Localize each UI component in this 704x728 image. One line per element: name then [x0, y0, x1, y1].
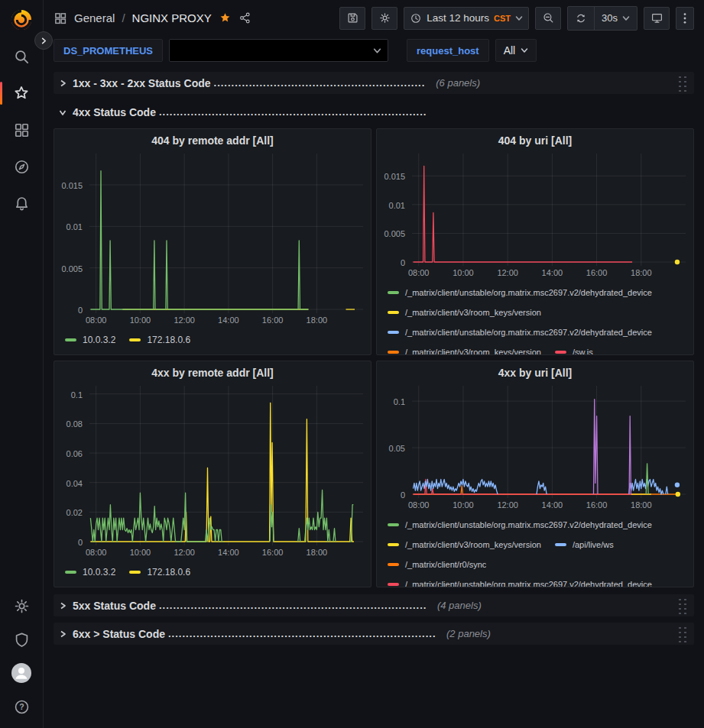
dashboard-settings-button[interactable]: [371, 7, 397, 30]
plot-area[interactable]: [89, 154, 363, 313]
legend-swatch: [129, 571, 141, 574]
sidebar-item-server-admin[interactable]: [0, 623, 43, 656]
legend-item[interactable]: /_matrix/client/v3/room_keys/version: [388, 535, 541, 555]
panel-title[interactable]: 404 by remote addr [All]: [54, 129, 371, 152]
shield-icon: [13, 631, 31, 649]
x-axis: 08:0010:0012:0014:0016:0018:00: [412, 266, 686, 281]
sidebar-item-profile[interactable]: [0, 656, 43, 690]
variable-label-ds-prometheus[interactable]: DS_PROMETHEUS: [54, 39, 163, 62]
variable-dropdown-ds-prometheus[interactable]: [169, 39, 388, 62]
panel-title[interactable]: 4xx by remote addr [All]: [54, 361, 371, 384]
row-drag-handle[interactable]: [677, 624, 688, 644]
expand-sidebar-button[interactable]: [34, 31, 53, 50]
legend-item[interactable]: /_matrix/client/v3/room_keys/version: [388, 342, 541, 354]
y-tick-label: 0.08: [67, 419, 83, 429]
sidebar-item-help[interactable]: ?: [0, 690, 43, 723]
dashboard-canvas: 1xx - 3xx - 2xx Status Code ............…: [44, 65, 704, 645]
row-title-dots: ........................................…: [159, 600, 427, 611]
time-range-picker[interactable]: Last 12 hours CST: [404, 7, 529, 30]
row-title-dots: ........................................…: [159, 106, 427, 118]
breadcrumb-folder[interactable]: General: [74, 11, 115, 24]
dashboard-variables: DS_PROMETHEUS request_host All: [44, 36, 704, 65]
plot-area[interactable]: [89, 386, 363, 545]
top-navbar: General / NGINX PROXY: [44, 0, 704, 36]
legend-item[interactable]: 10.0.3.2: [65, 330, 115, 350]
x-tick-label: 14:00: [542, 500, 563, 510]
legend-item[interactable]: /api/live/ws: [555, 535, 614, 555]
row-drag-handle[interactable]: [677, 596, 688, 616]
x-tick-label: 16:00: [262, 548, 284, 557]
row-header-6xx[interactable]: 6xx > Status Code ......................…: [54, 623, 694, 645]
legend-item[interactable]: /_matrix/client/unstable/org.matrix.msc2…: [388, 322, 652, 342]
panel-title[interactable]: 4xx by uri [All]: [377, 361, 693, 384]
panel-title[interactable]: 404 by uri [All]: [377, 129, 693, 152]
legend-item[interactable]: 10.0.3.2: [65, 562, 115, 582]
refresh-interval-dropdown[interactable]: 30s: [595, 7, 637, 30]
share-icon[interactable]: [238, 11, 251, 24]
x-tick-label: 10:00: [130, 548, 151, 557]
legend-label: 10.0.3.2: [83, 335, 115, 345]
cycle-view-mode-button[interactable]: [644, 7, 670, 30]
y-tick-label: 0.015: [384, 172, 405, 181]
sidebar-item-starred[interactable]: [0, 76, 43, 110]
legend-label: /api/live/ws: [573, 540, 614, 549]
zoom-out-time-button[interactable]: [535, 7, 561, 30]
legend-item[interactable]: /_matrix/client/unstable/org.matrix.msc2…: [388, 515, 652, 535]
sidebar-item-dashboards[interactable]: [0, 113, 43, 147]
legend-item[interactable]: /_matrix/client/unstable/org.matrix.msc2…: [388, 283, 652, 303]
dashboards-icon: [13, 121, 31, 139]
dashboard-grid-icon: [54, 11, 67, 25]
row-panel-count: (2 panels): [446, 628, 491, 639]
variable-label-request-host[interactable]: request_host: [407, 39, 489, 62]
y-tick-label: 0.015: [61, 181, 83, 190]
legend-item[interactable]: /sw.js: [555, 342, 593, 354]
legend-item[interactable]: /_matrix/client/v3/room_keys/version: [388, 303, 541, 322]
row-header-5xx[interactable]: 5xx Status Code ........................…: [54, 594, 694, 616]
row-header-4xx[interactable]: 4xx Status Code ........................…: [54, 101, 694, 123]
legend-item[interactable]: 172.18.0.6: [129, 562, 190, 582]
row-title-dots: ........................................…: [214, 77, 426, 89]
svg-text:?: ?: [19, 703, 24, 711]
x-tick-label: 18:00: [631, 500, 652, 510]
chart: 00.020.040.060.080.1: [54, 384, 371, 545]
chevron-right-icon: [58, 629, 67, 639]
chevron-right-icon: [41, 37, 47, 44]
chevron-down-icon: [58, 108, 67, 117]
refresh-button[interactable]: [568, 7, 594, 30]
breadcrumb-separator: /: [122, 11, 125, 24]
time-range-label: Last 12 hours: [427, 12, 489, 24]
panel-404-by-remote-addr: 404 by remote addr [All] 00.0050.010.015…: [54, 128, 371, 355]
sidebar-item-configuration[interactable]: [0, 589, 43, 623]
x-tick-label: 08:00: [86, 315, 107, 325]
gear-icon: [13, 597, 31, 615]
chevron-down-icon: [373, 47, 381, 55]
kebab-menu-icon: [680, 12, 690, 24]
plot-area[interactable]: [412, 386, 686, 498]
grafana-logo-icon: [10, 8, 33, 31]
legend-item[interactable]: /_matrix/client/unstable/org.matrix.msc2…: [388, 574, 652, 587]
legend-label: /_matrix/client/v3/room_keys/version: [405, 540, 541, 549]
sidebar-bottom: ?: [0, 589, 43, 723]
breadcrumb-dashboard-title[interactable]: NGINX PROXY: [132, 11, 212, 24]
bell-icon: [13, 195, 31, 212]
chart: 00.0050.010.015: [377, 152, 693, 266]
x-tick-label: 18:00: [307, 548, 328, 557]
variable-value-request-host: All: [504, 44, 516, 57]
row-drag-handle[interactable]: [677, 73, 688, 93]
sidebar-item-explore[interactable]: [0, 150, 43, 183]
variable-dropdown-request-host[interactable]: All: [495, 39, 537, 62]
more-options-button[interactable]: [676, 7, 694, 30]
legend-label: /sw.js: [573, 348, 593, 354]
legend-item[interactable]: /_matrix/client/r0/sync: [388, 555, 486, 574]
legend-swatch: [388, 311, 399, 314]
x-tick-label: 10:00: [130, 315, 151, 325]
sidebar-item-alerting[interactable]: [0, 186, 43, 220]
plot-area[interactable]: [412, 154, 686, 266]
row-title: 1xx - 3xx - 2xx Status Code: [73, 77, 211, 89]
x-axis: 08:0010:0012:0014:0016:0018:00: [89, 545, 363, 561]
row-header-1xx-3xx-2xx[interactable]: 1xx - 3xx - 2xx Status Code ............…: [54, 72, 694, 94]
legend-item[interactable]: 172.18.0.6: [129, 330, 190, 350]
save-dashboard-button[interactable]: [339, 7, 365, 30]
favorite-star-icon[interactable]: [219, 11, 232, 24]
x-tick-label: 16:00: [586, 500, 608, 510]
